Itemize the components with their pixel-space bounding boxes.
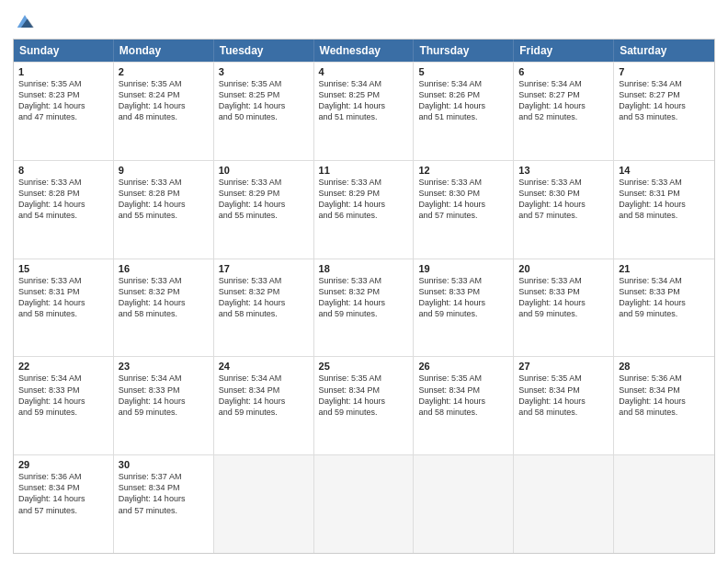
calendar: SundayMondayTuesdayWednesdayThursdayFrid… [13, 39, 715, 554]
header [13, 9, 715, 35]
cal-header-day: Sunday [14, 40, 114, 62]
calendar-cell [314, 455, 415, 553]
day-info: Sunrise: 5:35 AM Sunset: 8:24 PM Dayligh… [119, 78, 209, 123]
day-info: Sunrise: 5:34 AM Sunset: 8:33 PM Dayligh… [619, 275, 710, 320]
calendar-row: 8Sunrise: 5:33 AM Sunset: 8:28 PM Daylig… [14, 160, 714, 259]
calendar-cell: 13Sunrise: 5:33 AM Sunset: 8:30 PM Dayli… [514, 161, 614, 259]
calendar-cell: 15Sunrise: 5:33 AM Sunset: 8:31 PM Dayli… [14, 259, 114, 357]
day-info: Sunrise: 5:33 AM Sunset: 8:28 PM Dayligh… [18, 177, 108, 222]
day-info: Sunrise: 5:36 AM Sunset: 8:34 PM Dayligh… [18, 471, 108, 516]
day-info: Sunrise: 5:33 AM Sunset: 8:32 PM Dayligh… [119, 275, 209, 320]
day-info: Sunrise: 5:33 AM Sunset: 8:33 PM Dayligh… [418, 275, 508, 320]
day-info: Sunrise: 5:33 AM Sunset: 8:32 PM Dayligh… [319, 275, 409, 320]
calendar-cell: 1Sunrise: 5:35 AM Sunset: 8:23 PM Daylig… [14, 63, 114, 160]
day-info: Sunrise: 5:33 AM Sunset: 8:31 PM Dayligh… [18, 275, 108, 320]
day-number: 2 [119, 66, 209, 77]
cal-header-day: Wednesday [314, 40, 415, 62]
logo-icon [15, 11, 35, 31]
calendar-cell: 6Sunrise: 5:34 AM Sunset: 8:27 PM Daylig… [514, 63, 614, 160]
day-number: 15 [18, 263, 108, 274]
calendar-header: SundayMondayTuesdayWednesdayThursdayFrid… [14, 40, 714, 62]
day-number: 4 [319, 66, 409, 77]
calendar-cell [414, 455, 514, 553]
calendar-cell: 20Sunrise: 5:33 AM Sunset: 8:33 PM Dayli… [514, 259, 614, 357]
calendar-cell: 3Sunrise: 5:35 AM Sunset: 8:25 PM Daylig… [214, 63, 314, 160]
day-number: 18 [319, 263, 409, 274]
day-info: Sunrise: 5:33 AM Sunset: 8:29 PM Dayligh… [219, 177, 309, 222]
calendar-cell: 10Sunrise: 5:33 AM Sunset: 8:29 PM Dayli… [214, 161, 314, 259]
calendar-cell [614, 455, 714, 553]
calendar-cell: 17Sunrise: 5:33 AM Sunset: 8:32 PM Dayli… [214, 259, 314, 357]
day-info: Sunrise: 5:35 AM Sunset: 8:23 PM Dayligh… [18, 78, 108, 123]
page: SundayMondayTuesdayWednesdayThursdayFrid… [0, 0, 728, 563]
calendar-cell: 2Sunrise: 5:35 AM Sunset: 8:24 PM Daylig… [114, 63, 214, 160]
day-info: Sunrise: 5:34 AM Sunset: 8:27 PM Dayligh… [619, 78, 710, 123]
day-number: 19 [418, 263, 508, 274]
day-number: 16 [119, 263, 209, 274]
calendar-cell: 30Sunrise: 5:37 AM Sunset: 8:34 PM Dayli… [114, 455, 214, 553]
calendar-cell: 14Sunrise: 5:33 AM Sunset: 8:31 PM Dayli… [614, 161, 714, 259]
calendar-cell: 27Sunrise: 5:35 AM Sunset: 8:34 PM Dayli… [514, 357, 614, 454]
day-info: Sunrise: 5:33 AM Sunset: 8:29 PM Dayligh… [319, 177, 409, 222]
calendar-cell: 18Sunrise: 5:33 AM Sunset: 8:32 PM Dayli… [314, 259, 415, 357]
day-number: 1 [18, 66, 108, 77]
day-info: Sunrise: 5:34 AM Sunset: 8:33 PM Dayligh… [18, 373, 108, 418]
calendar-row: 15Sunrise: 5:33 AM Sunset: 8:31 PM Dayli… [14, 259, 714, 357]
logo [13, 11, 37, 35]
calendar-cell: 12Sunrise: 5:33 AM Sunset: 8:30 PM Dayli… [414, 161, 514, 259]
day-number: 30 [119, 459, 209, 470]
day-info: Sunrise: 5:33 AM Sunset: 8:28 PM Dayligh… [119, 177, 209, 222]
calendar-cell: 7Sunrise: 5:34 AM Sunset: 8:27 PM Daylig… [614, 63, 714, 160]
calendar-cell: 4Sunrise: 5:34 AM Sunset: 8:25 PM Daylig… [314, 63, 415, 160]
day-number: 25 [319, 361, 409, 372]
calendar-body: 1Sunrise: 5:35 AM Sunset: 8:23 PM Daylig… [14, 62, 714, 553]
day-number: 11 [319, 165, 409, 176]
calendar-cell: 23Sunrise: 5:34 AM Sunset: 8:33 PM Dayli… [114, 357, 214, 454]
day-number: 14 [619, 165, 710, 176]
day-info: Sunrise: 5:35 AM Sunset: 8:34 PM Dayligh… [418, 373, 508, 418]
day-info: Sunrise: 5:33 AM Sunset: 8:31 PM Dayligh… [619, 177, 710, 222]
day-number: 21 [619, 263, 710, 274]
calendar-row: 29Sunrise: 5:36 AM Sunset: 8:34 PM Dayli… [14, 454, 714, 553]
day-info: Sunrise: 5:33 AM Sunset: 8:30 PM Dayligh… [418, 177, 508, 222]
day-info: Sunrise: 5:33 AM Sunset: 8:32 PM Dayligh… [219, 275, 309, 320]
day-info: Sunrise: 5:34 AM Sunset: 8:26 PM Dayligh… [418, 78, 508, 123]
day-number: 29 [18, 459, 108, 470]
calendar-cell: 22Sunrise: 5:34 AM Sunset: 8:33 PM Dayli… [14, 357, 114, 454]
day-info: Sunrise: 5:34 AM Sunset: 8:33 PM Dayligh… [119, 373, 209, 418]
calendar-cell: 29Sunrise: 5:36 AM Sunset: 8:34 PM Dayli… [14, 455, 114, 553]
calendar-cell: 5Sunrise: 5:34 AM Sunset: 8:26 PM Daylig… [414, 63, 514, 160]
day-number: 20 [518, 263, 609, 274]
calendar-cell: 26Sunrise: 5:35 AM Sunset: 8:34 PM Dayli… [414, 357, 514, 454]
cal-header-day: Friday [514, 40, 614, 62]
day-number: 9 [119, 165, 209, 176]
day-number: 3 [219, 66, 309, 77]
day-info: Sunrise: 5:35 AM Sunset: 8:25 PM Dayligh… [219, 78, 309, 123]
calendar-cell: 16Sunrise: 5:33 AM Sunset: 8:32 PM Dayli… [114, 259, 214, 357]
cal-header-day: Monday [114, 40, 214, 62]
day-info: Sunrise: 5:34 AM Sunset: 8:25 PM Dayligh… [319, 78, 409, 123]
day-info: Sunrise: 5:34 AM Sunset: 8:34 PM Dayligh… [219, 373, 309, 418]
day-info: Sunrise: 5:33 AM Sunset: 8:30 PM Dayligh… [518, 177, 609, 222]
calendar-cell: 8Sunrise: 5:33 AM Sunset: 8:28 PM Daylig… [14, 161, 114, 259]
day-number: 28 [619, 361, 710, 372]
calendar-cell: 21Sunrise: 5:34 AM Sunset: 8:33 PM Dayli… [614, 259, 714, 357]
day-number: 26 [418, 361, 508, 372]
day-info: Sunrise: 5:36 AM Sunset: 8:34 PM Dayligh… [619, 373, 710, 418]
day-number: 6 [518, 66, 609, 77]
cal-header-day: Tuesday [214, 40, 314, 62]
day-number: 7 [619, 66, 710, 77]
day-number: 10 [219, 165, 309, 176]
cal-header-day: Thursday [414, 40, 514, 62]
day-number: 23 [119, 361, 209, 372]
day-number: 5 [418, 66, 508, 77]
calendar-cell: 24Sunrise: 5:34 AM Sunset: 8:34 PM Dayli… [214, 357, 314, 454]
calendar-row: 1Sunrise: 5:35 AM Sunset: 8:23 PM Daylig… [14, 62, 714, 160]
day-number: 17 [219, 263, 309, 274]
cal-header-day: Saturday [614, 40, 714, 62]
day-info: Sunrise: 5:37 AM Sunset: 8:34 PM Dayligh… [119, 471, 209, 516]
day-info: Sunrise: 5:35 AM Sunset: 8:34 PM Dayligh… [518, 373, 609, 418]
day-number: 27 [518, 361, 609, 372]
day-number: 13 [518, 165, 609, 176]
calendar-cell: 19Sunrise: 5:33 AM Sunset: 8:33 PM Dayli… [414, 259, 514, 357]
